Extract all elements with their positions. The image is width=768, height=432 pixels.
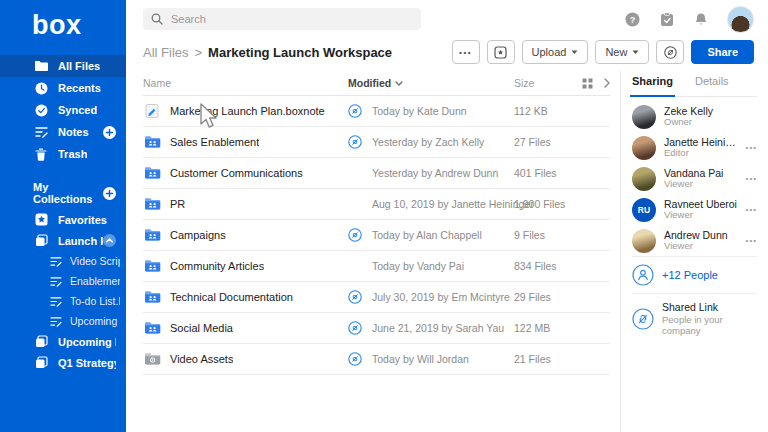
tab-details[interactable]: Details (695, 71, 729, 96)
sort-caret-icon (395, 81, 403, 86)
boxnote-icon (50, 275, 62, 287)
shared-link-badge-icon (348, 135, 362, 149)
avatar (632, 136, 656, 160)
file-name[interactable]: Community Articles (170, 260, 264, 272)
sidebar-item-synced[interactable]: Synced (0, 99, 126, 121)
collapse-chevron-up-icon[interactable] (103, 234, 116, 247)
sidebar-item-label: Notes (58, 126, 89, 138)
file-rows: Marketing Launch Plan.boxnoteToday by Ka… (143, 96, 610, 375)
file-name[interactable]: Social Media (170, 322, 233, 334)
user-avatar[interactable] (727, 6, 754, 33)
upload-button[interactable]: Upload (522, 40, 589, 64)
copy-link-button[interactable] (656, 40, 684, 64)
file-name[interactable]: Video Assets (170, 353, 233, 365)
sidebar-item-trash[interactable]: Trash (0, 143, 126, 165)
folder-collab-icon (143, 321, 161, 335)
avatar (632, 167, 656, 191)
new-button[interactable]: New (595, 40, 649, 64)
more-people-label: +12 People (662, 269, 718, 281)
caret-down-icon (632, 50, 639, 55)
breadcrumb-parent[interactable]: All Files (143, 45, 189, 60)
collaborator-menu-icon[interactable]: ••• (746, 236, 757, 245)
file-row-customer-communications[interactable]: Customer CommunicationsYesterday by Andr… (143, 158, 610, 189)
sidebar-item-label: Synced (58, 104, 97, 116)
file-name[interactable]: Marketing Launch Plan.boxnote (170, 105, 325, 117)
file-name[interactable]: Technical Documentation (170, 291, 293, 303)
file-row-video-assets[interactable]: Video AssetsToday by Will Jordan21 Files (143, 344, 610, 375)
svg-text:?: ? (630, 14, 636, 24)
file-name[interactable]: Sales Enablement (170, 136, 259, 148)
sidebar-nav: All FilesRecentsSyncedNotesTrash (0, 55, 126, 165)
person-circle-icon (632, 264, 654, 286)
help-icon[interactable]: ? (625, 12, 640, 27)
grid-view-icon[interactable] (582, 78, 593, 89)
column-header-name[interactable]: Name (143, 77, 348, 89)
link-icon (664, 46, 677, 59)
sidebar: box All FilesRecentsSyncedNotesTrash My … (0, 0, 126, 432)
bookmark-button[interactable] (487, 40, 515, 64)
collection-subitem-to-do-list-boxnote[interactable]: To-do List.boxnote (0, 291, 126, 311)
view-controls (582, 78, 610, 89)
collection-item-q1-strategy-decks[interactable]: Q1 Strategy Decks (0, 352, 126, 373)
modified-text: July 30, 2019 by Em Mcintyre (372, 291, 510, 303)
chevron-right-icon[interactable] (604, 78, 610, 88)
sidebar-item-all-files[interactable]: All Files (0, 55, 126, 77)
more-options-button[interactable]: ••• (452, 40, 480, 64)
box-logo[interactable]: box (0, 0, 126, 39)
link-badge-empty (348, 197, 362, 211)
share-button[interactable]: Share (691, 40, 754, 64)
collaborator-role: Viewer (664, 210, 737, 221)
file-row-pr[interactable]: PRAug 10, 2019 by Janette Heininger1,900… (143, 189, 610, 220)
folder-collab-icon (143, 228, 161, 242)
file-row-community-articles[interactable]: Community ArticlesToday by Vandy Pai834 … (143, 251, 610, 282)
folder-collab-icon (143, 259, 161, 273)
notifications-bell-icon[interactable] (693, 12, 708, 27)
boxnote-icon (50, 295, 62, 307)
file-row-technical-documentation[interactable]: Technical DocumentationJuly 30, 2019 by … (143, 282, 610, 313)
more-people-row[interactable]: +12 People (632, 256, 757, 293)
column-header-modified[interactable]: Modified (348, 77, 514, 89)
file-name[interactable]: Campaigns (170, 229, 226, 241)
tab-sharing[interactable]: Sharing (632, 71, 673, 96)
page-title: Marketing Launch Workspace (208, 45, 392, 60)
collaborator-menu-icon[interactable]: ••• (746, 205, 757, 214)
collection-subitem-video-script-boxnote[interactable]: Video Script.boxnote (0, 251, 126, 271)
avatar: RU (632, 198, 656, 222)
file-row-social-media[interactable]: Social MediaJune 21, 2019 by Sarah Yau12… (143, 313, 610, 344)
file-name[interactable]: PR (170, 198, 185, 210)
topbar-icons: ? (625, 6, 754, 33)
file-row-sales-enablement[interactable]: Sales EnablementYesterday by Zach Kelly2… (143, 127, 610, 158)
file-name[interactable]: Customer Communications (170, 167, 303, 179)
size-text: 1,900 Files (514, 198, 565, 210)
collection-item-favorites[interactable]: Favorites (0, 209, 126, 230)
box-app: box All FilesRecentsSyncedNotesTrash My … (0, 0, 768, 432)
add-note-icon[interactable] (103, 126, 116, 139)
sidebar-item-recents[interactable]: Recents (0, 77, 126, 99)
collection-item-launch-plans[interactable]: Launch Plans (0, 230, 126, 251)
sidebar-item-label: All Files (58, 60, 100, 72)
tasks-icon[interactable] (659, 12, 674, 27)
shared-link-row[interactable]: Shared Link People in your company (632, 293, 757, 343)
search-bar[interactable] (143, 8, 421, 30)
size-text: 112 KB (514, 105, 548, 117)
collaborator-menu-icon[interactable]: ••• (746, 174, 757, 183)
size-label[interactable]: Size (514, 77, 534, 89)
folder-collab-icon (143, 166, 161, 180)
add-collection-icon[interactable] (103, 187, 116, 200)
toolbar-buttons: ••• Upload New Share (452, 40, 754, 64)
folder-camera-icon (143, 352, 161, 366)
collection-label: Upcoming Events (58, 336, 116, 348)
collaborator-menu-icon[interactable]: ••• (746, 143, 757, 152)
collection-subitem-upcoming-events[interactable]: Upcoming Events... (0, 311, 126, 331)
collaborator-role: Editor (664, 148, 738, 159)
size-text: 834 Files (514, 260, 557, 272)
search-input[interactable] (169, 12, 413, 26)
sidebar-item-label: Trash (58, 148, 87, 160)
modified-text: Yesterday by Zach Kelly (372, 136, 484, 148)
file-row-marketing-launch-plan-boxnote[interactable]: Marketing Launch Plan.boxnoteToday by Ka… (143, 96, 610, 127)
shared-link-badge-icon (348, 290, 362, 304)
collection-item-upcoming-events[interactable]: Upcoming Events (0, 331, 126, 352)
file-row-campaigns[interactable]: CampaignsToday by Alan Chappell9 Files (143, 220, 610, 251)
sidebar-item-notes[interactable]: Notes (0, 121, 126, 143)
collection-subitem-enablement-outline[interactable]: Enablement Outline... (0, 271, 126, 291)
